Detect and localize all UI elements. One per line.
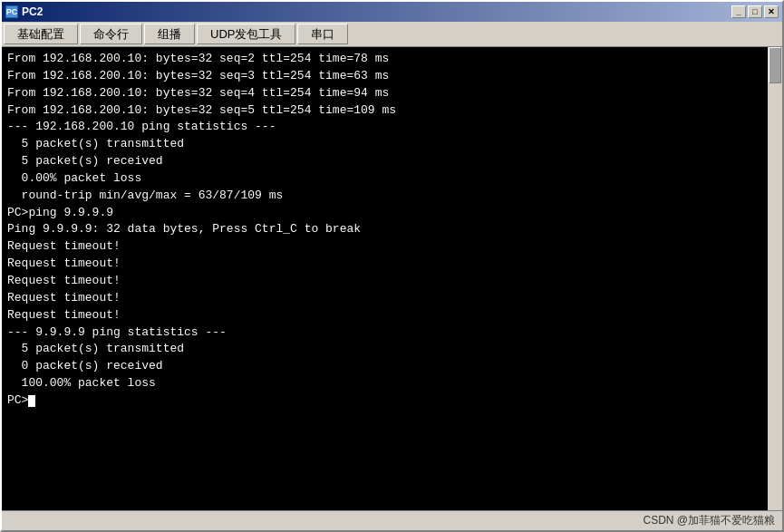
tab-udp-tool[interactable]: UDP发包工具 — [197, 24, 295, 44]
terminal-line: --- 192.168.200.10 ping statistics --- — [7, 119, 777, 136]
terminal-line: 5 packet(s) transmitted — [7, 341, 777, 358]
main-window: PC PC2 _ □ ✕ 基础配置 命令行 组播 UDP发包工具 串口 From… — [0, 0, 784, 532]
tab-command-line[interactable]: 命令行 — [80, 24, 142, 44]
terminal-line: From 192.168.200.10: bytes=32 seq=3 ttl=… — [7, 68, 777, 85]
title-bar-controls[interactable]: _ □ ✕ — [731, 5, 779, 18]
terminal-line: 100.00% packet loss — [7, 375, 777, 392]
terminal-line: Request timeout! — [7, 273, 777, 290]
terminal-line: PC> — [7, 392, 777, 410]
menu-bar: 基础配置 命令行 组播 UDP发包工具 串口 — [2, 22, 782, 47]
terminal-content: From 192.168.200.10: bytes=32 seq=2 ttl=… — [7, 51, 777, 410]
terminal-line: From 192.168.200.10: bytes=32 seq=4 ttl=… — [7, 85, 777, 102]
terminal-line: round-trip min/avg/max = 63/87/109 ms — [7, 188, 777, 205]
terminal-line: Ping 9.9.9.9: 32 data bytes, Press Ctrl_… — [7, 221, 777, 238]
terminal-line: --- 9.9.9.9 ping statistics --- — [7, 324, 777, 342]
watermark-text: CSDN @加菲猫不爱吃猫粮 — [643, 513, 775, 528]
terminal-line: 0.00% packet loss — [7, 170, 777, 188]
terminal-line: 5 packet(s) received — [7, 153, 777, 170]
terminal-line: PC>ping 9.9.9.9 — [7, 205, 777, 222]
tab-basic-config[interactable]: 基础配置 — [4, 24, 78, 44]
terminal-line: 0 packet(s) received — [7, 358, 777, 375]
title-bar: PC PC2 _ □ ✕ — [2, 2, 782, 22]
scrollbar[interactable] — [768, 47, 782, 510]
tab-multicast[interactable]: 组播 — [144, 24, 195, 44]
close-button[interactable]: ✕ — [764, 5, 779, 18]
status-bar: CSDN @加菲猫不爱吃猫粮 — [2, 510, 782, 530]
title-bar-left: PC PC2 — [5, 5, 43, 18]
terminal-line: Request timeout! — [7, 307, 777, 324]
maximize-button[interactable]: □ — [748, 5, 762, 18]
terminal-line: From 192.168.200.10: bytes=32 seq=5 ttl=… — [7, 102, 777, 120]
app-icon: PC — [5, 5, 18, 18]
tab-serial[interactable]: 串口 — [297, 24, 348, 44]
terminal-line: 5 packet(s) transmitted — [7, 136, 777, 153]
cursor — [28, 395, 35, 407]
terminal-line: Request timeout! — [7, 256, 777, 273]
window-title: PC2 — [22, 5, 43, 18]
terminal-line: Request timeout! — [7, 290, 777, 307]
scrollbar-thumb[interactable] — [769, 47, 781, 83]
terminal-line: Request timeout! — [7, 238, 777, 256]
terminal-wrapper: From 192.168.200.10: bytes=32 seq=2 ttl=… — [2, 47, 782, 510]
terminal-line: From 192.168.200.10: bytes=32 seq=2 ttl=… — [7, 51, 777, 68]
terminal-area[interactable]: From 192.168.200.10: bytes=32 seq=2 ttl=… — [2, 47, 782, 510]
minimize-button[interactable]: _ — [731, 5, 746, 18]
